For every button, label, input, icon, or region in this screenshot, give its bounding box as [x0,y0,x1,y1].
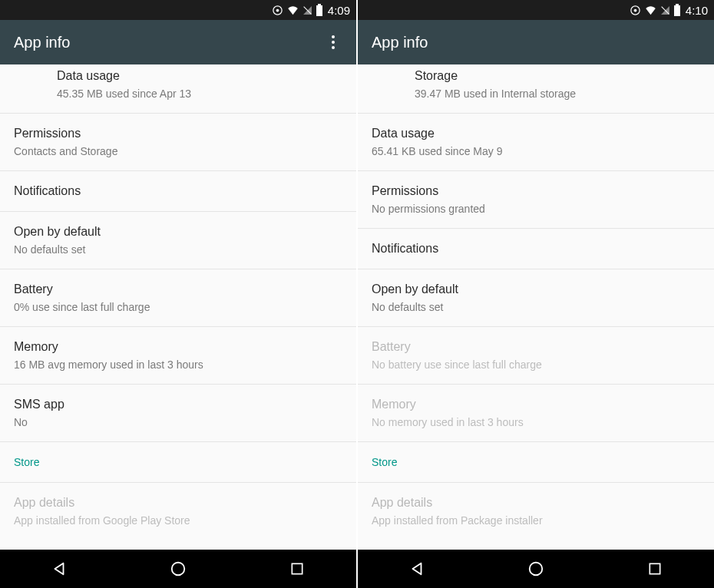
row-subtitle: No defaults set [14,242,342,257]
no-sim-icon [660,5,670,16]
row-sms-app[interactable]: SMS app No [0,384,356,441]
phone-right: 4:10 App info Storage 39.47 MB used in I… [358,0,714,588]
row-storage[interactable]: Storage 39.47 MB used in Internal storag… [358,64,714,113]
battery-icon [673,4,681,16]
row-memory: Memory No memory used in last 3 hours [358,384,714,441]
section-store: Store [0,441,356,482]
row-data-usage[interactable]: Data usage 65.41 KB used since May 9 [358,113,714,170]
sync-icon [630,5,641,16]
row-title: Data usage [372,125,700,142]
row-subtitle: 39.47 MB used in Internal storage [415,86,700,101]
svg-point-7 [332,46,335,49]
row-subtitle: App installed from Package installer [372,513,700,528]
row-title: Open by default [14,223,342,240]
svg-rect-16 [650,563,659,573]
svg-point-8 [172,563,185,576]
row-title: Battery [14,281,342,298]
section-title: Store [14,454,342,471]
phone-left: 4:09 App info Data usage 45.35 MB used s… [0,0,356,588]
row-title: SMS app [14,396,342,413]
row-title: Memory [372,396,700,413]
row-permissions[interactable]: Permissions No permissions granted [358,170,714,228]
row-subtitle: No memory used in last 3 hours [372,415,700,430]
svg-rect-4 [316,5,322,16]
row-title: Battery [372,339,700,355]
navigation-bar [0,550,356,588]
row-subtitle: No [14,415,342,430]
row-title: Open by default [372,281,700,298]
row-app-details[interactable]: App details App installed from Google Pl… [0,482,356,540]
row-title: Permissions [14,125,342,142]
row-notifications[interactable]: Notifications [358,228,714,269]
row-title: Notifications [372,240,700,257]
svg-rect-14 [674,5,680,16]
page-title: App info [14,34,70,51]
row-open-by-default[interactable]: Open by default No defaults set [358,269,714,326]
wifi-icon [644,5,657,16]
section-store: Store [358,441,714,482]
row-open-by-default[interactable]: Open by default No defaults set [0,211,356,269]
row-subtitle: 0% use since last full charge [14,299,342,315]
row-subtitle: 65.41 KB used since May 9 [372,144,700,159]
status-time: 4:09 [328,4,350,17]
settings-list: Data usage 45.35 MB used since Apr 13 Pe… [0,64,356,550]
row-subtitle: 45.35 MB used since Apr 13 [57,86,342,101]
back-button[interactable] [382,553,451,584]
settings-list: Storage 39.47 MB used in Internal storag… [358,64,714,550]
svg-point-15 [530,563,543,576]
recents-button[interactable] [263,553,332,584]
row-battery[interactable]: Battery 0% use since last full charge [0,269,356,326]
row-subtitle: No permissions granted [372,201,700,216]
svg-point-6 [332,41,335,44]
row-title: Notifications [14,183,342,200]
row-notifications[interactable]: Notifications [0,170,356,211]
row-subtitle: Contacts and Storage [14,144,342,159]
overflow-menu-button[interactable] [324,33,342,51]
row-memory[interactable]: Memory 16 MB avg memory used in last 3 h… [0,326,356,384]
status-bar: 4:09 [0,0,356,20]
svg-rect-3 [318,4,321,5]
svg-point-1 [276,8,279,12]
row-subtitle: No defaults set [372,299,700,315]
back-button[interactable] [25,553,94,584]
no-sim-icon [302,5,312,16]
page-title: App info [372,34,428,51]
svg-rect-9 [292,563,302,573]
row-title: Memory [14,339,342,355]
section-title: Store [372,454,700,471]
row-title: Data usage [57,68,342,84]
row-subtitle: No battery use since last full charge [372,357,700,372]
row-app-details[interactable]: App details App installed from Package i… [358,482,714,540]
app-bar: App info [358,20,714,64]
recents-button[interactable] [620,553,689,584]
row-subtitle: 16 MB avg memory used in last 3 hours [14,357,342,372]
status-time: 4:10 [686,4,708,17]
svg-point-5 [332,35,335,38]
row-subtitle: App installed from Google Play Store [14,513,342,528]
svg-rect-13 [676,4,679,5]
app-bar: App info [0,20,356,64]
row-title: App details [372,494,700,511]
home-button[interactable] [144,553,213,584]
row-title: Storage [415,68,700,84]
navigation-bar [358,550,714,588]
status-bar: 4:10 [358,0,714,20]
wifi-icon [286,5,299,16]
row-data-usage[interactable]: Data usage 45.35 MB used since Apr 13 [0,64,356,113]
row-title: Permissions [372,183,700,200]
sync-icon [272,5,283,16]
home-button[interactable] [501,553,570,584]
svg-point-11 [633,8,636,12]
battery-icon [316,4,323,16]
row-permissions[interactable]: Permissions Contacts and Storage [0,113,356,170]
row-title: App details [14,494,342,511]
row-battery: Battery No battery use since last full c… [358,326,714,384]
